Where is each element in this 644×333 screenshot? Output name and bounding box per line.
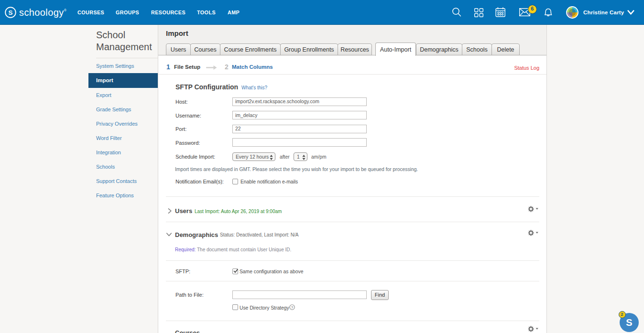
svg-text:S: S: [8, 9, 12, 16]
svg-text:?: ?: [291, 305, 294, 310]
